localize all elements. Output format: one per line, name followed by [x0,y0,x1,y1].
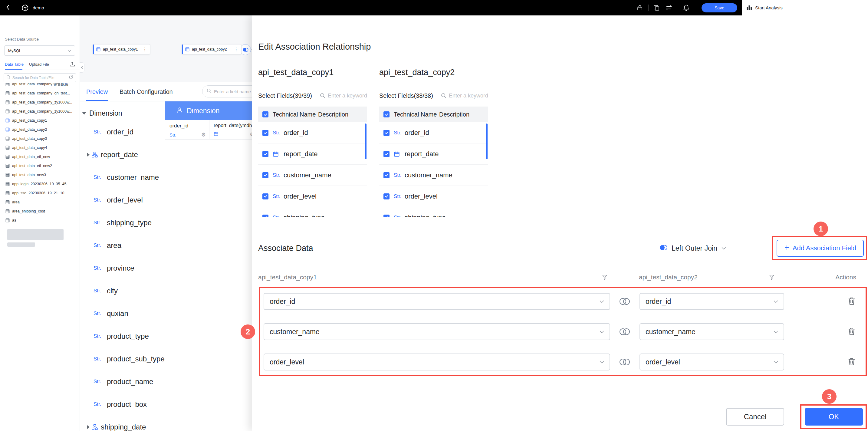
scrollbar-thumb[interactable] [365,123,367,159]
canvas-node-copy2[interactable]: api_test_data_copy2 ⋮ [182,44,242,55]
sidebar-table-item[interactable]: api_test_data_company 销售数据 [0,83,80,89]
field-row-order_level[interactable]: Str.order_level [258,186,367,207]
cancel-button[interactable]: Cancel [726,408,784,426]
preview-column-report-date[interactable]: report_date(ymdhms) ⚙ [209,120,257,140]
assoc-left-field-select[interactable]: order_id [264,293,610,310]
tree-field-product_sub_type[interactable]: Str.product_sub_type [82,347,177,370]
tree-field-product_box[interactable]: Str.product_box [82,393,177,415]
sidebar-collapse-handle[interactable] [80,62,85,73]
sidebar-table-item[interactable]: api_test_data_new3 [0,171,80,180]
field-row-shipping_type[interactable]: Str.shipping_type [379,207,488,217]
save-button[interactable]: Save [702,3,737,12]
field-checkbox[interactable] [383,130,390,136]
datasource-select[interactable]: MySQL [4,45,75,56]
ok-button[interactable]: OK [805,408,863,426]
tree-field-product_type[interactable]: Str.product_type [82,325,177,347]
assoc-right-field-select[interactable]: order_level [640,353,784,370]
upload-icon[interactable] [70,61,75,68]
sidebar-table-item[interactable]: api_test_data_company_zy1000w... [0,107,80,116]
tab-upload-file[interactable]: Upload File [29,60,49,69]
delete-association-trash-icon[interactable] [848,358,856,367]
sidebar-table-item[interactable]: api_test_data_copy1 [0,116,80,125]
assoc-right-field-select[interactable]: customer_name [640,323,784,340]
field-checkbox[interactable] [383,172,390,178]
back-button[interactable] [0,0,16,16]
right-keyword-search-input[interactable]: Enter a keyword [441,93,488,99]
expander-closed-icon[interactable] [87,153,90,157]
delete-association-trash-icon[interactable] [848,297,856,306]
field-row-order_id[interactable]: Str.order_id [258,122,367,144]
join-type-select[interactable]: Left Outer Join [659,243,726,254]
notification-bell-icon[interactable] [683,4,689,12]
canvas-node-copy1[interactable]: api_test_data_copy1 ⋮ [93,44,150,55]
select-all-checkbox[interactable] [262,112,269,117]
field-row-report_date[interactable]: report_date [258,144,367,165]
field-row-order_level[interactable]: Str.order_level [379,186,488,207]
tab-data-table[interactable]: Data Table [5,60,24,69]
sidebar-table-item[interactable]: api_test_data_company_zy1000w... [0,98,80,107]
tree-field-product_name[interactable]: Str.product_name [82,370,177,393]
tree-field-order_level[interactable]: Str.order_level [82,189,177,211]
field-checkbox[interactable] [262,130,269,136]
join-type-node-icon[interactable] [240,44,251,55]
sidebar-table-item[interactable]: api_test_data_etl_new [0,152,80,161]
field-row-order_id[interactable]: Str.order_id [379,122,488,144]
field-checkbox[interactable] [262,215,269,218]
sidebar-table-item[interactable]: api_test_data_company_gn_test... [0,89,80,98]
tree-field-shipping_type[interactable]: Str.shipping_type [82,211,177,234]
lock-icon[interactable] [637,4,643,12]
sidebar-table-item[interactable]: api_test_data_etl_new2 [0,161,80,171]
field-row-shipping_type[interactable]: Str.shipping_type [258,207,367,217]
tree-field-customer_name[interactable]: Str.customer_name [82,166,177,189]
tree-field-province[interactable]: Str.province [82,257,177,279]
node-menu-kebab-icon[interactable]: ⋮ [140,47,150,52]
field-checkbox[interactable] [262,151,269,157]
tree-field-city[interactable]: Str.city [82,279,177,302]
field-checkbox[interactable] [383,215,390,218]
sidebar-table-item[interactable]: api_test_data_copy2 [0,125,80,134]
sidebar-table-item[interactable]: area [0,198,80,207]
field-row-report_date[interactable]: report_date [379,144,488,165]
node-menu-kebab-icon[interactable]: ⋮ [231,47,241,52]
sidebar-table-item[interactable]: area_shipping_cost [0,207,80,216]
tab-batch-configuration[interactable]: Batch Configuration [120,87,173,97]
column-settings-gear-icon[interactable]: ⚙ [201,132,206,137]
tree-field-area[interactable]: Str.area [82,234,177,257]
tree-field-order_id[interactable]: Str.order_id [82,120,177,143]
refresh-icon[interactable] [69,75,73,81]
scrollbar-thumb[interactable] [486,123,488,159]
sidebar-table-item[interactable]: as [0,216,80,225]
expander-closed-icon[interactable] [87,425,90,429]
start-analysis-button[interactable]: Start Analysis [742,0,868,16]
filter-funnel-icon[interactable] [602,275,608,281]
field-checkbox[interactable] [262,193,269,199]
tab-preview[interactable]: Preview [86,87,108,97]
field-row-customer_name[interactable]: Str.customer_name [258,165,367,186]
field-checkbox[interactable] [383,193,390,199]
table-search-input[interactable]: Search for Data Table/File [4,73,76,82]
delete-association-trash-icon[interactable] [848,327,856,336]
tree-field-quxian[interactable]: Str.quxian [82,302,177,325]
tree-root-dimension[interactable]: Dimension [82,106,164,120]
assoc-right-field-select[interactable]: order_id [640,293,784,310]
tree-field-shipping_date[interactable]: shipping_date [82,415,170,431]
select-all-checkbox[interactable] [383,112,390,117]
preview-column-order-id[interactable]: order_id Str. ⚙ [165,120,209,140]
field-row-customer_name[interactable]: Str.customer_name [379,165,488,186]
duplicate-icon[interactable] [653,5,659,12]
expander-open-icon[interactable] [82,112,86,115]
tree-field-report_date[interactable]: report_date [82,143,170,166]
sidebar-table-item[interactable]: app_sso_20230306_19_21_10 [0,189,80,198]
filter-funnel-icon[interactable] [769,275,774,281]
sidebar-table-item[interactable]: api_test_data_copy3 [0,134,80,143]
assoc-left-field-select[interactable]: order_level [264,353,610,370]
field-checkbox[interactable] [262,172,269,178]
field-checkbox[interactable] [383,151,390,157]
sidebar-table-item[interactable]: api_test_data_copy4 [0,143,80,152]
add-association-field-button[interactable]: Add Association Field [777,240,864,257]
datasource-value: MySQL [8,49,21,53]
left-keyword-search-input[interactable]: Enter a keyword [320,93,367,99]
sidebar-table-item[interactable]: app_login_20230306_19_35_45 [0,180,80,189]
assoc-left-field-select[interactable]: customer_name [264,323,610,340]
switch-icon[interactable] [665,5,673,12]
